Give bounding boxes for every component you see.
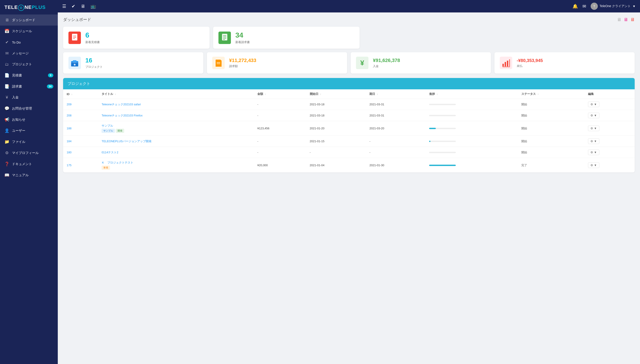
mail-icon[interactable]: ✉	[582, 4, 586, 9]
sidebar-item-files[interactable]: 📁 ファイル	[0, 136, 58, 147]
svg-rect-14	[73, 60, 76, 62]
project-id-link[interactable]: 175	[67, 164, 72, 167]
invoice-card-info: 34 新着請求書	[235, 31, 250, 44]
project-amount: -	[254, 110, 306, 121]
wallet-icon[interactable]: 🖥	[81, 4, 85, 9]
invoice-amount-info: ¥11,272,433 請求額	[229, 58, 256, 68]
mobile-view-icon[interactable]: 🖥	[630, 17, 635, 22]
col-progress[interactable]: 進捗 ↕	[426, 89, 518, 99]
tablet-view-icon[interactable]: 🖥	[624, 17, 628, 22]
project-id-link[interactable]: 184	[67, 140, 72, 143]
sidebar-item-project[interactable]: 🗂 プロジェクト	[0, 59, 58, 70]
progress-bar-fill	[429, 141, 430, 142]
sidebar-item-label: ユーザー	[12, 129, 53, 133]
sidebar-item-docs[interactable]: ❓ ドキュメント	[0, 158, 58, 170]
project-title-link[interactable]: Teleoneチェック202103 safari	[102, 103, 141, 106]
project-title-link[interactable]: TELEONEPLUSバージョンアップ開発	[102, 140, 152, 143]
project-title-link[interactable]: 0114テスト2	[102, 151, 118, 154]
sidebar-item-schedule[interactable]: 📅 スケジュール	[0, 26, 58, 37]
project-progress	[426, 121, 518, 136]
invoice-amount-value: ¥11,272,433	[229, 58, 256, 63]
unpaid-info: -¥80,353,945 未払	[517, 58, 543, 68]
sidebar-item-profile[interactable]: ⚙ マイプロフィール	[0, 147, 58, 158]
sidebar-item-label: お問合せ管理	[12, 106, 53, 111]
edit-gear-button[interactable]: ⚙ ▼	[588, 150, 599, 155]
project-title: サンプルサンプル開発	[98, 121, 254, 136]
col-start[interactable]: 開始日 ↕	[306, 89, 366, 99]
edit-gear-button[interactable]: ⚙ ▼	[588, 138, 599, 144]
edit-gear-button[interactable]: ⚙ ▼	[588, 113, 599, 118]
projects-icon	[68, 57, 81, 69]
sidebar-item-invoice[interactable]: 📑 請求書 34	[0, 81, 58, 92]
project-start-date: 2021-03-18	[306, 110, 366, 121]
project-id: 209	[63, 99, 98, 110]
display-icon[interactable]: 📺	[90, 4, 96, 9]
project-edit: ⚙ ▼	[584, 110, 635, 121]
stat-cards-row1: 6 新着見積書 34 新着請求書	[63, 27, 635, 49]
sidebar-item-dashboard[interactable]: 🖥 ダッシュボード	[0, 15, 58, 26]
progress-bar-container	[429, 165, 456, 166]
hamburger-icon[interactable]: ☰	[62, 4, 66, 9]
project-id-link[interactable]: 208	[67, 114, 72, 117]
files-icon: 📁	[4, 139, 9, 144]
folder-icon: 🗂	[4, 62, 9, 67]
project-title-link[interactable]: Teleoneチェック202103 Firefox	[102, 114, 142, 117]
col-end[interactable]: 期日 ↕	[366, 89, 426, 99]
projects-label: プロジェクト	[85, 65, 103, 69]
project-edit: ⚙ ▼	[584, 147, 635, 158]
book-icon: 📖	[4, 173, 9, 178]
col-amount[interactable]: 金額 ↕	[254, 89, 306, 99]
sidebar-item-users[interactable]: 👤 ユーザー	[0, 125, 58, 136]
progress-bar-fill	[429, 165, 456, 166]
income-info: ¥91,626,378 入金	[373, 58, 400, 68]
estimate-card-info: 6 新着見積書	[85, 31, 100, 44]
edit-gear-button[interactable]: ⚙ ▼	[588, 162, 599, 168]
project-end-date: 2021-03-20	[366, 121, 426, 136]
sidebar: TELEONEPLUS 🖥 ダッシュボード 📅 スケジュール ✔ To Do ✉…	[0, 0, 58, 364]
sidebar-item-income[interactable]: ¥ 入金	[0, 92, 58, 103]
sidebar-item-label: マニュアル	[12, 173, 53, 177]
table-row: 188サンプルサンプル開発¥123,4562021-01-202021-03-2…	[63, 121, 635, 136]
project-progress	[426, 147, 518, 158]
project-title: TELEONEPLUSバージョンアップ開発	[98, 136, 254, 147]
invoice-amount-label: 請求額	[229, 64, 256, 68]
income-value: ¥91,626,378	[373, 58, 400, 63]
status-badge: 開始	[521, 127, 527, 130]
invoice-amount-card: ¥11,272,433 請求額	[207, 52, 347, 74]
sidebar-item-label: ファイル	[12, 140, 53, 144]
task-icon[interactable]: ✔	[72, 4, 75, 9]
col-id[interactable]: ID ↕	[63, 89, 98, 99]
project-id-link[interactable]: 180	[67, 151, 72, 154]
project-id-link[interactable]: 188	[67, 127, 72, 130]
sidebar-item-manual[interactable]: 📖 マニュアル	[0, 170, 58, 181]
table-header-row: ID ↕ タイトル ↕ 金額 ↕ 開始日 ↕ 期日 ↕ 進捗 ↕ ステータス ↕…	[63, 89, 635, 99]
sidebar-item-todo[interactable]: ✔ To Do	[0, 37, 58, 48]
bell-icon[interactable]: 🔔	[572, 4, 578, 9]
projects-card: 16 プロジェクト	[63, 52, 203, 74]
sidebar-item-message[interactable]: ✉ メッセージ	[0, 48, 58, 59]
project-section-title: プロジェクト	[63, 78, 635, 89]
status-badge: 開始	[521, 103, 527, 106]
desktop-view-icon[interactable]: 🖥	[617, 17, 621, 22]
project-id-link[interactable]: 209	[67, 103, 72, 106]
project-title-link[interactable]: サンプル	[102, 124, 113, 127]
sidebar-item-label: 見積書	[12, 73, 45, 78]
sidebar-item-notice[interactable]: 📢 お知らせ	[0, 114, 58, 125]
project-title-link[interactable]: Ｋ プロジェクトテスト	[102, 161, 133, 164]
project-end-date: 2021-03-31	[366, 99, 426, 110]
project-edit: ⚙ ▼	[584, 121, 635, 136]
edit-gear-button[interactable]: ⚙ ▼	[588, 126, 599, 131]
project-start-date: -	[306, 147, 366, 158]
col-title[interactable]: タイトル ↕	[98, 89, 254, 99]
user-menu[interactable]: T TeleOne クライアント ▼	[591, 3, 636, 10]
project-end-date: 2021-03-31	[366, 110, 426, 121]
col-status[interactable]: ステータス ↕	[518, 89, 584, 99]
sidebar-item-estimate[interactable]: 📄 見積書 6	[0, 70, 58, 81]
edit-gear-button[interactable]: ⚙ ▼	[588, 102, 599, 107]
progress-bar-fill	[429, 128, 436, 129]
estimate-card-icon	[68, 32, 81, 44]
logo-circle-icon: O	[18, 5, 24, 11]
sidebar-item-inquiry[interactable]: 💬 お問合せ管理	[0, 103, 58, 114]
progress-bar-container	[429, 141, 456, 142]
project-start-date: 2021-03-18	[306, 99, 366, 110]
